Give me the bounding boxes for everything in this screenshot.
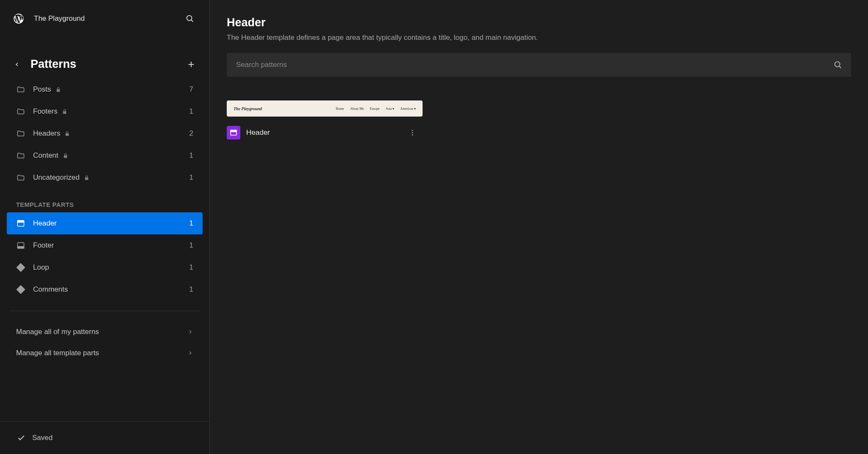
- folder-icon: [16, 173, 25, 182]
- more-options-button[interactable]: [407, 128, 417, 138]
- sidebar-item-loop[interactable]: Loop 1: [7, 256, 203, 279]
- sidebar-item-label: Headers: [33, 129, 60, 138]
- back-button[interactable]: [13, 60, 21, 69]
- sidebar-item-header[interactable]: Header 1: [7, 212, 203, 234]
- page-description: The Header template defines a page area …: [227, 33, 851, 42]
- lock-icon: [63, 153, 68, 159]
- lock-icon: [56, 87, 61, 92]
- pattern-card[interactable]: The Playground Home About Me Europe Asia…: [227, 100, 423, 139]
- chevron-right-icon: [187, 329, 193, 335]
- footer-icon: [16, 241, 25, 250]
- loop-icon: [16, 285, 25, 294]
- sidebar-item-posts[interactable]: Posts 7: [7, 78, 203, 100]
- panel-title: Patterns: [31, 58, 176, 71]
- save-status: Saved: [0, 421, 209, 454]
- svg-point-16: [412, 134, 413, 136]
- chevron-left-icon: [14, 61, 20, 67]
- sidebar-nav: Posts 7 Footers 1 Headers 2 Content 1 Un…: [0, 78, 209, 421]
- sidebar-item-label: Posts: [33, 85, 51, 94]
- lock-icon: [84, 175, 89, 181]
- panel-header: Patterns: [0, 37, 209, 78]
- site-title[interactable]: The Playground: [34, 14, 174, 23]
- pattern-card-title: Header: [246, 128, 401, 137]
- sidebar-item-headers[interactable]: Headers 2: [7, 123, 203, 145]
- sidebar-item-count: 1: [189, 107, 193, 116]
- sidebar-item-footer[interactable]: Footer 1: [7, 234, 203, 256]
- svg-rect-5: [18, 220, 24, 222]
- folder-icon: [16, 107, 25, 116]
- sidebar-item-uncategorized[interactable]: Uncategorized 1: [7, 167, 203, 189]
- folder-icon: [16, 151, 25, 160]
- svg-rect-8: [17, 263, 25, 272]
- sidebar: The Playground Patterns Posts 7 Footers …: [0, 0, 210, 454]
- sidebar-item-label: Footers: [33, 107, 58, 116]
- svg-rect-9: [17, 285, 25, 294]
- sidebar-item-count: 1: [189, 219, 193, 228]
- pattern-card-row: Header: [227, 117, 423, 139]
- loop-icon: [16, 263, 25, 272]
- svg-point-14: [412, 130, 413, 131]
- saved-label: Saved: [32, 434, 53, 442]
- sidebar-item-count: 7: [189, 85, 193, 94]
- sidebar-item-label: Content: [33, 151, 58, 160]
- template-parts-heading: Template Parts: [7, 189, 203, 212]
- main-content: Header The Header template defines a pag…: [210, 0, 868, 454]
- folder-icon: [16, 85, 25, 94]
- sidebar-item-label: Header: [33, 219, 57, 228]
- preview-nav-item: Europe: [370, 107, 380, 111]
- search-box: [227, 53, 851, 77]
- divider: [9, 311, 200, 311]
- sidebar-item-count: 2: [189, 129, 193, 138]
- site-header: The Playground: [0, 0, 209, 37]
- plus-icon: [186, 60, 196, 69]
- svg-rect-13: [231, 130, 236, 132]
- svg-point-15: [412, 132, 413, 134]
- sidebar-item-label: Loop: [33, 263, 49, 272]
- manage-patterns-link[interactable]: Manage all of my patterns: [7, 321, 203, 343]
- search-icon: [185, 14, 195, 23]
- header-icon: [16, 219, 25, 228]
- add-pattern-button[interactable]: [186, 59, 197, 70]
- sidebar-item-footers[interactable]: Footers 1: [7, 100, 203, 123]
- sidebar-item-label: Comments: [33, 285, 68, 294]
- sidebar-item-content[interactable]: Content 1: [7, 145, 203, 167]
- sidebar-item-count: 1: [189, 151, 193, 160]
- page-title: Header: [227, 16, 851, 29]
- sidebar-item-label: Uncategorized: [33, 173, 80, 182]
- pattern-preview: The Playground Home About Me Europe Asia…: [227, 100, 423, 117]
- lock-icon: [64, 131, 70, 136]
- svg-point-0: [187, 16, 192, 21]
- sidebar-item-count: 1: [189, 241, 193, 250]
- search-input[interactable]: [227, 53, 851, 77]
- sidebar-item-label: Footer: [33, 241, 54, 250]
- sidebar-item-comments[interactable]: Comments 1: [7, 279, 203, 301]
- lock-icon: [62, 109, 67, 114]
- preview-nav-item: Home: [336, 107, 344, 111]
- sidebar-item-count: 1: [189, 263, 193, 272]
- folder-icon: [16, 129, 25, 138]
- svg-point-10: [835, 62, 840, 67]
- preview-nav-item: Asia ▾: [386, 107, 395, 111]
- search-button[interactable]: [183, 12, 197, 25]
- manage-template-parts-link[interactable]: Manage all template parts: [7, 343, 203, 364]
- chevron-right-icon: [187, 350, 193, 356]
- svg-line-1: [191, 20, 193, 22]
- more-vertical-icon: [409, 129, 416, 136]
- search-icon: [833, 60, 843, 70]
- sidebar-item-count: 1: [189, 285, 193, 294]
- preview-nav-item: Americas ▾: [400, 107, 416, 111]
- svg-line-11: [839, 66, 841, 68]
- template-part-icon: [227, 126, 240, 139]
- sidebar-item-count: 1: [189, 173, 193, 182]
- wordpress-logo[interactable]: [13, 13, 25, 25]
- preview-nav: Home About Me Europe Asia ▾ Americas ▾: [336, 107, 416, 111]
- manage-label: Manage all template parts: [16, 349, 187, 357]
- svg-rect-7: [18, 247, 24, 248]
- preview-nav-item: About Me: [350, 107, 364, 111]
- manage-label: Manage all of my patterns: [16, 328, 187, 336]
- preview-title: The Playground: [234, 106, 336, 111]
- check-icon: [17, 434, 25, 442]
